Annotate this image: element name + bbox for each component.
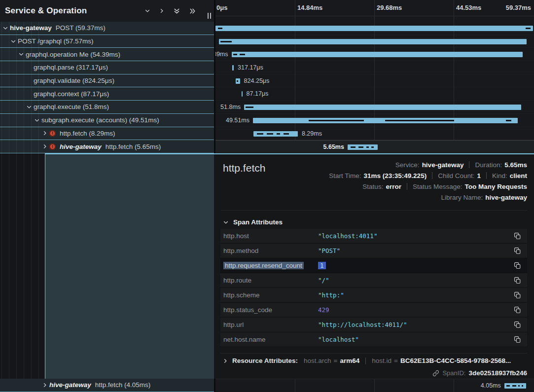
timeline-row[interactable]: 5.65ms xyxy=(215,140,534,153)
span-bar[interactable] xyxy=(253,131,298,137)
meta-label: Status Message: xyxy=(413,183,463,190)
chevron-down-icon[interactable] xyxy=(34,117,40,123)
timeline-row[interactable]: 4.05ms xyxy=(215,379,534,392)
chevron-down-icon[interactable] xyxy=(26,104,33,110)
timeline-row[interactable]: 57.57ms xyxy=(215,35,534,48)
attribute-key: http.request.resend_count xyxy=(223,262,318,269)
link-icon[interactable] xyxy=(432,370,439,377)
copy-icon[interactable] xyxy=(514,277,521,284)
tree-row[interactable]: graphql.parse (317.17μs) xyxy=(0,61,214,74)
tree-row[interactable]: graphql.operation Me (54.39ms) xyxy=(0,48,214,61)
span-meta: Service:hive-gatewayDuration:5.65msStart… xyxy=(329,159,527,203)
span-bar[interactable] xyxy=(244,105,521,110)
timeline-row[interactable]: 8.29ms xyxy=(215,127,534,141)
tree-row[interactable]: hive-gatewayhttp.fetch (4.05ms) xyxy=(0,379,214,392)
resource-value: BC62E13B-C4CC-5854-9788-2568... xyxy=(400,357,511,364)
meta-value: hive-gateway xyxy=(485,194,527,201)
span-name-label: POST /graphql (57.57ms) xyxy=(18,37,94,45)
bar-gap-segment xyxy=(506,120,511,121)
meta-divider xyxy=(432,172,432,179)
panel-resize-handle[interactable] xyxy=(208,13,211,19)
span-name-label: http.fetch (8.29ms) xyxy=(60,130,115,137)
tree-row[interactable]: graphql.execute (51.8ms) xyxy=(0,101,214,114)
copy-icon[interactable] xyxy=(514,306,521,314)
copy-icon[interactable] xyxy=(514,262,521,269)
bar-gap-segment xyxy=(309,120,364,121)
meta-label: Duration: xyxy=(475,161,502,169)
meta-value: 31ms (23:35:49.225) xyxy=(364,172,427,179)
service-name: hive-gateway xyxy=(10,24,52,32)
span-bar[interactable] xyxy=(348,144,378,150)
span-bar[interactable] xyxy=(242,91,243,97)
bar-gap-segment xyxy=(233,54,237,55)
span-name-label: graphql.execute (51.8ms) xyxy=(34,103,109,110)
attribute-row[interactable]: http.request.resend_count1 xyxy=(220,258,527,273)
tree-row[interactable]: subgraph.execute (accounts) (49.51ms) xyxy=(0,114,214,127)
span-bar[interactable] xyxy=(215,26,533,31)
copy-icon[interactable] xyxy=(514,232,521,240)
meta-value: client xyxy=(510,172,527,179)
chevron-down-icon[interactable] xyxy=(10,38,17,44)
span-duration-label: 824.25μs xyxy=(244,77,270,85)
meta-label: Kind: xyxy=(492,172,507,179)
chevron-right-icon[interactable] xyxy=(41,382,48,388)
chevron-right-icon[interactable] xyxy=(159,8,165,14)
span-bar[interactable] xyxy=(232,52,523,57)
attribute-row[interactable]: http.method"POST" xyxy=(220,244,527,258)
chevron-right-icon[interactable] xyxy=(41,143,48,149)
copy-icon[interactable] xyxy=(514,247,521,254)
span-bar[interactable] xyxy=(219,39,527,44)
timeline-row[interactable]: 824.25μs xyxy=(215,74,534,88)
attribute-key: http.host xyxy=(223,232,318,240)
bar-gap-segment xyxy=(385,120,454,121)
tree-row[interactable]: POST /graphql (57.57ms) xyxy=(0,35,214,48)
timeline-axis: 0μs14.84ms29.68ms44.53ms59.37ms xyxy=(215,0,534,16)
span-bar[interactable] xyxy=(232,65,234,71)
attribute-row[interactable]: http.scheme"http:" xyxy=(220,288,527,302)
tree-row[interactable]: !http.fetch (8.29ms) xyxy=(0,127,214,141)
chevron-down-icon[interactable] xyxy=(18,51,25,57)
double-chevron-down-icon[interactable] xyxy=(173,7,180,15)
tree-row[interactable]: graphql.context (87.17μs) xyxy=(0,87,214,101)
resource-attributes-row: Resource Attributes: host.arch=arm64host… xyxy=(220,353,527,364)
bar-gap-segment xyxy=(220,41,232,42)
chevron-right-icon[interactable] xyxy=(41,130,48,136)
chevron-down-icon[interactable] xyxy=(144,8,150,14)
span-attributes-section-header[interactable]: Span Attributes xyxy=(223,218,283,226)
tree-row[interactable]: hive-gatewayPOST (59.37ms) xyxy=(0,22,214,35)
timeline-row[interactable]: 54.39ms xyxy=(215,48,534,61)
bar-gap-segment xyxy=(526,28,531,29)
tree-row[interactable]: graphql.validate (824.25μs) xyxy=(0,74,214,88)
equals-sign: = xyxy=(334,357,338,364)
attribute-row[interactable]: http.status_code429 xyxy=(220,303,527,317)
attribute-row[interactable]: http.url"http://localhost:4011/" xyxy=(220,318,527,332)
meta-line: Service:hive-gatewayDuration:5.65ms xyxy=(329,159,527,170)
attribute-key: http.scheme xyxy=(223,291,318,299)
span-bar[interactable] xyxy=(236,78,240,84)
meta-label: Service: xyxy=(395,161,420,169)
meta-line: Library Name:hive-gateway xyxy=(329,192,527,203)
timeline-row[interactable]: 51.8ms xyxy=(215,101,534,114)
attribute-row[interactable]: http.route"/" xyxy=(220,273,527,287)
copy-icon[interactable] xyxy=(514,291,521,299)
timeline-row[interactable]: 87.17μs xyxy=(215,87,534,101)
copy-icon[interactable] xyxy=(514,336,521,343)
tree-row[interactable]: !hive-gatewayhttp.fetch (5.65ms) xyxy=(0,140,214,153)
bar-gap-segment xyxy=(371,146,374,148)
chevron-right-icon[interactable] xyxy=(222,358,228,364)
attribute-key: net.host.name xyxy=(223,336,318,343)
double-chevron-right-icon[interactable] xyxy=(189,7,196,15)
copy-icon[interactable] xyxy=(514,321,521,328)
timeline-row[interactable] xyxy=(215,22,534,35)
axis-tick-label: 59.37ms xyxy=(506,4,531,11)
meta-label: Library Name: xyxy=(441,194,483,201)
timeline-row[interactable]: 317.17μs xyxy=(215,61,534,74)
chevron-down-icon[interactable] xyxy=(2,25,9,31)
span-duration-label: 49.51ms xyxy=(226,117,249,124)
timeline-row[interactable]: 49.51ms xyxy=(215,114,534,127)
resource-key: host.arch xyxy=(304,357,331,364)
attribute-row[interactable]: http.host"localhost:4011" xyxy=(220,229,527,243)
span-bar[interactable] xyxy=(504,383,526,389)
attribute-row[interactable]: net.host.name"localhost" xyxy=(220,332,527,347)
span-bar[interactable] xyxy=(253,118,518,123)
